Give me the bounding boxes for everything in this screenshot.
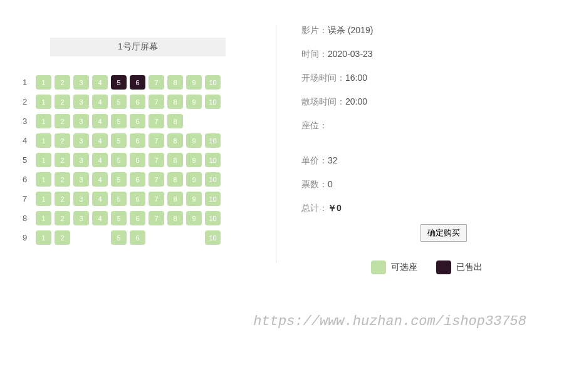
seat-available[interactable]: 6 (130, 95, 145, 109)
seat-available[interactable]: 7 (149, 95, 164, 109)
seat-available[interactable]: 6 (130, 230, 145, 245)
seat-available[interactable]: 7 (149, 172, 164, 187)
seat-row: 112345678910 (13, 75, 251, 90)
seat-available[interactable]: 6 (130, 153, 145, 167)
seat-available[interactable]: 6 (130, 133, 145, 148)
seat-available[interactable]: 3 (73, 133, 89, 148)
seat-available[interactable]: 9 (186, 95, 202, 109)
seat-available[interactable]: 10 (205, 230, 221, 245)
seat-available[interactable]: 6 (130, 114, 145, 128)
seat-sold: 5 (111, 75, 127, 90)
row-number: 9 (13, 233, 33, 242)
seat-available[interactable]: 5 (111, 172, 127, 187)
seat-available[interactable]: 4 (92, 114, 108, 128)
seat-available[interactable]: 10 (205, 153, 221, 167)
seat-available[interactable]: 10 (205, 211, 221, 225)
date-label: 时间： (301, 49, 328, 59)
seat-available[interactable]: 10 (205, 192, 221, 206)
seat-available[interactable]: 3 (73, 114, 89, 128)
seat-available[interactable]: 7 (149, 153, 164, 167)
seat-available[interactable]: 3 (73, 192, 89, 206)
row-number: 1 (13, 78, 33, 87)
count-row: 票数：0 (301, 179, 551, 190)
seat-available[interactable]: 1 (36, 95, 51, 109)
seat-available[interactable]: 3 (73, 172, 89, 187)
seat-available[interactable]: 10 (205, 172, 221, 187)
seat-available[interactable]: 8 (167, 192, 183, 206)
seat-available[interactable]: 5 (111, 95, 127, 109)
seat-available[interactable]: 2 (55, 172, 70, 187)
seat-available[interactable]: 4 (92, 75, 108, 90)
seat-available[interactable]: 2 (55, 133, 70, 148)
seat-available[interactable]: 8 (167, 211, 183, 225)
seat-available[interactable]: 8 (167, 75, 183, 90)
seat-available[interactable]: 1 (36, 192, 51, 206)
seat-available[interactable]: 1 (36, 75, 51, 90)
seat-available[interactable]: 2 (55, 95, 70, 109)
seat-available[interactable]: 10 (205, 95, 221, 109)
seat-available[interactable]: 9 (186, 211, 202, 225)
seat-available[interactable]: 9 (186, 133, 202, 148)
seat-available[interactable]: 8 (167, 172, 183, 187)
seat-available[interactable]: 3 (73, 211, 89, 225)
seat-available[interactable]: 8 (167, 133, 183, 148)
seat-available[interactable]: 7 (149, 75, 164, 90)
seat-available[interactable]: 4 (92, 192, 108, 206)
seat-sold: 6 (130, 75, 145, 90)
seat-available[interactable]: 2 (55, 192, 70, 206)
seat-available[interactable]: 7 (149, 133, 164, 148)
seat-available[interactable]: 8 (167, 153, 183, 167)
seat-available[interactable]: 1 (36, 153, 51, 167)
price-label: 单价： (301, 155, 328, 165)
seat-available[interactable]: 1 (36, 114, 51, 128)
seat-available[interactable]: 3 (73, 95, 89, 109)
seat-available[interactable]: 2 (55, 211, 70, 225)
seat-available[interactable]: 1 (36, 230, 51, 245)
seat-available[interactable]: 5 (111, 211, 127, 225)
price-value: 32 (328, 155, 338, 165)
end-time-row: 散场时间：20:00 (301, 96, 551, 108)
seat-available[interactable]: 5 (111, 192, 127, 206)
seat-row: 712345678910 (13, 192, 251, 206)
row-number: 6 (13, 175, 33, 184)
seat-available[interactable]: 3 (73, 153, 89, 167)
seat-available[interactable]: 5 (111, 230, 127, 245)
seat-available[interactable]: 9 (186, 192, 202, 206)
seat-available[interactable]: 7 (149, 192, 164, 206)
seat-available[interactable]: 4 (92, 133, 108, 148)
end-label: 散场时间： (301, 96, 345, 106)
seat-available[interactable]: 2 (55, 230, 70, 245)
row-number: 5 (13, 155, 33, 165)
seat-available[interactable]: 10 (205, 133, 221, 148)
confirm-buy-button[interactable]: 确定购买 (420, 224, 467, 242)
seat-available[interactable]: 2 (55, 114, 70, 128)
seat-available[interactable]: 3 (73, 75, 89, 90)
seat-available[interactable]: 6 (130, 211, 145, 225)
seat-available[interactable]: 2 (55, 153, 70, 167)
total-row: 总计：￥0 (301, 203, 551, 214)
seat-available[interactable]: 8 (167, 114, 183, 128)
seat-available[interactable]: 6 (130, 172, 145, 187)
seat-available[interactable]: 4 (92, 172, 108, 187)
seat-available[interactable]: 9 (186, 153, 202, 167)
seat-available[interactable]: 4 (92, 95, 108, 109)
seat-available[interactable]: 5 (111, 153, 127, 167)
seat-available[interactable]: 7 (149, 114, 164, 128)
seat-row: 312345678 (13, 114, 251, 128)
seat-available[interactable]: 9 (186, 172, 202, 187)
seat-available[interactable]: 5 (111, 114, 127, 128)
seat-available[interactable]: 8 (167, 95, 183, 109)
price-row: 单价：32 (301, 155, 551, 167)
seat-available[interactable]: 5 (111, 133, 127, 148)
seat-available[interactable]: 2 (55, 75, 70, 90)
seat-available[interactable]: 6 (130, 192, 145, 206)
seat-available[interactable]: 4 (92, 153, 108, 167)
seat-available[interactable]: 9 (186, 75, 202, 90)
seat-available[interactable]: 1 (36, 172, 51, 187)
seat-available[interactable]: 1 (36, 211, 51, 225)
seat-available[interactable]: 4 (92, 211, 108, 225)
seat-available[interactable]: 7 (149, 211, 164, 225)
seat-available[interactable]: 10 (205, 75, 221, 90)
legend-sold-box (436, 260, 451, 274)
seat-available[interactable]: 1 (36, 133, 51, 148)
